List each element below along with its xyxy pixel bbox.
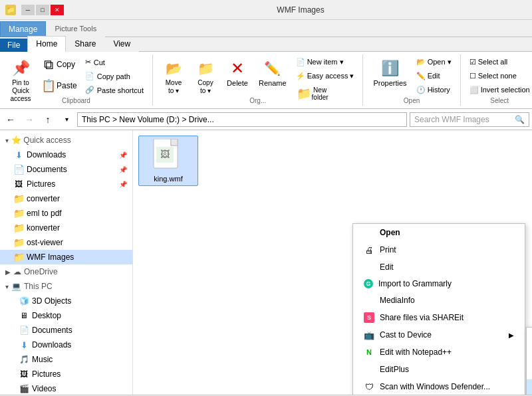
copy-icon: ⧉ <box>41 56 57 72</box>
minimize-button[interactable]: ─ <box>21 5 35 15</box>
open-btn[interactable]: 📂 Open ▾ <box>413 56 455 68</box>
invert-selection-button[interactable]: ⬜ Invert selection <box>466 84 532 96</box>
properties-button[interactable]: ℹ️ Properties <box>368 54 411 90</box>
this-pc-section[interactable]: ▾ 💻 This PC <box>0 279 132 294</box>
main-ribbon-tabs: File Home Share View <box>0 37 532 52</box>
konverter-icon: 📁 <box>13 223 24 233</box>
shareit-icon: S <box>364 312 374 323</box>
sidebar-item-ost-viewer[interactable]: 📁 ost-viewer <box>0 235 132 250</box>
grammarly-icon: G <box>364 279 373 288</box>
onedrive-section[interactable]: ▶ ☁ OneDrive <box>0 264 132 279</box>
tab-file[interactable]: File <box>0 39 27 52</box>
submenu-photoshop[interactable]: Ps Adobe Photoshop CC <box>527 328 532 345</box>
ctx-cast[interactable]: 📺 Cast to Device ▶ <box>353 326 525 344</box>
file-item-king-wmf[interactable]: 🖼 king.wmf <box>138 136 198 186</box>
desktop-icon: 🖥 <box>19 310 29 321</box>
sidebar-item-documents2[interactable]: 📄 Documents <box>0 323 132 338</box>
quick-access-section[interactable]: ▾ ⭐ Quick access <box>0 133 132 148</box>
ctx-notepadpp[interactable]: N Edit with Notepad++ <box>353 344 525 361</box>
move-to-button[interactable]: 📂 Moveto ▾ <box>158 54 189 98</box>
wmf-images-icon: 📁 <box>13 252 24 262</box>
close-button[interactable]: ✕ <box>51 5 64 15</box>
tab-view[interactable]: View <box>104 36 139 52</box>
3d-icon: 🧊 <box>19 296 29 306</box>
sidebar: ▾ ⭐ Quick access ⬇ Downloads 📌 📄 Documen… <box>0 130 133 395</box>
expand-icon-pc: ▾ <box>5 283 9 290</box>
ctx-grammarly[interactable]: G Import to Grammarly <box>353 276 525 292</box>
ribbon-tabs: Manage Picture Tools <box>0 20 532 37</box>
ctx-open-header[interactable]: Open <box>353 224 525 241</box>
delete-button[interactable]: ✕ Delete <box>222 54 253 90</box>
new-item-button[interactable]: 📄 New item ▾ <box>293 56 358 68</box>
organize-group: 📂 Moveto ▾ 📁 Copyto ▾ ✕ Delete ✏️ Rename… <box>153 54 363 106</box>
ribbon: 📌 Pin to Quick access ⧉ Copy 📋 Paste ✂ C… <box>0 52 532 109</box>
sidebar-item-converter[interactable]: 📁 converter <box>0 191 132 206</box>
sidebar-item-documents[interactable]: 📄 Documents 📌 <box>0 162 132 177</box>
window-icon: 📁 <box>5 5 16 15</box>
sidebar-item-wmf-images[interactable]: 📁 WMF Images <box>0 250 132 264</box>
select-all-button[interactable]: ☑ Select all <box>466 56 532 68</box>
maximize-button[interactable]: □ <box>36 5 49 15</box>
move-icon: 📂 <box>163 58 184 79</box>
pictures2-icon: 🖼 <box>19 369 29 379</box>
ctx-shareit[interactable]: S Share files via SHAREit <box>353 309 525 326</box>
file-name: king.wmf <box>142 175 195 183</box>
sidebar-item-konverter[interactable]: 📁 konverter <box>0 221 132 235</box>
search-box[interactable]: Search WMF Images 🔍 <box>410 112 529 127</box>
wmf-file-icon: 🖼 <box>152 139 184 173</box>
sidebar-item-downloads2[interactable]: ⬇ Downloads <box>0 338 132 352</box>
copy-to-icon: 📁 <box>195 58 216 79</box>
ctx-print[interactable]: 🖨 Print <box>353 241 525 258</box>
cast-arrow: ▶ <box>509 332 514 339</box>
context-menu: Open 🖨 Print Edit G Import to Grammarly … <box>352 223 525 395</box>
defender-icon: 🛡 <box>364 381 374 392</box>
sidebar-item-music[interactable]: 🎵 Music <box>0 352 132 367</box>
main-area: ▾ ⭐ Quick access ⬇ Downloads 📌 📄 Documen… <box>0 130 532 395</box>
copy-button[interactable]: ⧉ Copy <box>37 54 80 74</box>
ctx-edit[interactable]: Edit <box>353 258 525 276</box>
picture-tools-label: Picture Tools <box>46 21 105 37</box>
easy-access-button[interactable]: ⚡ Easy access ▾ <box>293 70 358 82</box>
cast-icon: 📺 <box>364 330 374 340</box>
tab-home[interactable]: Home <box>27 36 66 52</box>
ctx-editplus[interactable]: EditPlus <box>353 361 525 378</box>
pictures-icon: 🖼 <box>13 179 24 189</box>
title-bar: 📁 ─ □ ✕ WMF Images <box>0 0 532 20</box>
edit-btn[interactable]: ✏️ Edit <box>413 70 455 82</box>
paste-button[interactable]: 📋 Paste <box>37 76 80 96</box>
converter-icon: 📁 <box>13 193 24 204</box>
copy-to-button[interactable]: 📁 Copyto ▾ <box>190 54 221 98</box>
open-with-submenu: Ps Adobe Photoshop CC Ar Adobe Reader 9.… <box>526 327 532 395</box>
documents2-icon: 📄 <box>19 325 29 336</box>
pin-indicator: 📌 <box>119 151 127 159</box>
tab-share[interactable]: Share <box>66 36 104 52</box>
ctx-mediainfo[interactable]: MediaInfo <box>353 292 525 309</box>
pin-indicator2: 📌 <box>119 166 127 173</box>
submenu-paint[interactable]: 🎨 Paint <box>527 362 532 379</box>
copy-path-button[interactable]: 📄 Copy path <box>82 70 147 82</box>
sidebar-item-videos[interactable]: 🎬 Videos <box>0 381 132 395</box>
paste-icon: 📋 <box>41 78 57 94</box>
print-icon: 🖨 <box>364 245 374 255</box>
cut-button[interactable]: ✂ Cut <box>82 56 147 68</box>
submenu-acrobat[interactable]: Ar Adobe Reader 9.0 <box>527 345 532 362</box>
sidebar-item-pictures[interactable]: 🖼 Pictures 📌 <box>0 177 132 191</box>
onedrive-icon: ☁ <box>13 267 21 276</box>
select-none-button[interactable]: ☐ Select none <box>466 70 532 82</box>
sidebar-item-eml-to-pdf[interactable]: 📁 eml to pdf <box>0 206 132 221</box>
submenu-ms-store[interactable]: 🛒 Search the Microsoft Store <box>527 379 532 395</box>
sidebar-item-3d-objects[interactable]: 🧊 3D Objects <box>0 294 132 308</box>
rename-button[interactable]: ✏️ Rename <box>254 54 291 90</box>
notepadpp-icon: N <box>364 347 374 357</box>
ctx-defender[interactable]: 🛡 Scan with Windows Defender... <box>353 378 525 395</box>
sidebar-item-pictures2[interactable]: 🖼 Pictures <box>0 367 132 381</box>
sidebar-item-downloads[interactable]: ⬇ Downloads 📌 <box>0 148 132 162</box>
tab-manage[interactable]: Manage <box>0 21 46 37</box>
history-btn[interactable]: 🕐 History <box>413 84 455 96</box>
pin-indicator3: 📌 <box>119 181 127 188</box>
downloads2-icon: ⬇ <box>19 340 29 350</box>
paste-shortcut-button[interactable]: 🔗 Paste shortcut <box>82 84 147 96</box>
content-area[interactable]: 🖼 king.wmf Open 🖨 Print Edit G Import to… <box>133 130 532 395</box>
delete-icon: ✕ <box>227 58 248 79</box>
sidebar-item-desktop[interactable]: 🖥 Desktop <box>0 308 132 323</box>
